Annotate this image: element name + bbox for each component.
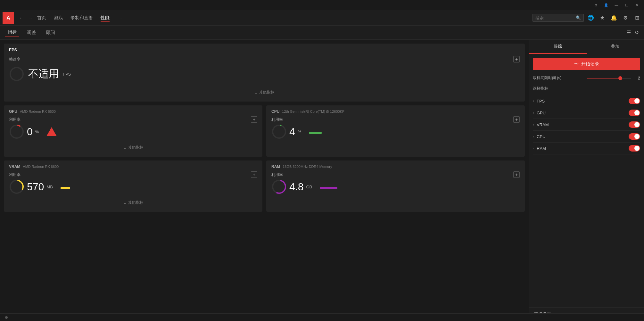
forward-button[interactable]: → [26, 13, 35, 22]
subnav-metrics[interactable]: 指标 [5, 28, 19, 37]
ram-toggle-switch[interactable] [629, 145, 640, 152]
settings-nav-button[interactable]: ⚙ [621, 13, 630, 22]
vram-more-metrics[interactable]: ⌄ 其他指标 [9, 197, 257, 208]
back-button[interactable]: ← [17, 13, 26, 22]
notification-icon-button[interactable]: 🔔 [609, 13, 618, 22]
list-view-icon[interactable]: ☰ [626, 29, 631, 36]
start-record-button[interactable]: 〜 开始记录 [533, 58, 640, 70]
fps-value: 不适用 [28, 67, 59, 81]
tab-overlay[interactable]: 叠加 [587, 40, 644, 54]
tab-tracking[interactable]: 跟踪 [529, 40, 587, 54]
gpu-more-metrics[interactable]: ⌄ 其他指标 [9, 142, 257, 153]
fps-add-button[interactable]: + [513, 56, 520, 62]
nav-performance[interactable]: 性能 [101, 14, 110, 22]
fps-toggle-switch[interactable] [629, 98, 640, 104]
app-logo: A [3, 12, 14, 24]
gpu-value: 0 [27, 126, 33, 138]
minimize-button[interactable]: — [612, 1, 621, 10]
vram-subtitle: AMD Radeon RX 6600 [23, 165, 59, 169]
fps-more-metrics[interactable]: ⌄ 其他指标 [9, 87, 520, 98]
refresh-icon[interactable]: ↺ [635, 29, 639, 36]
gpu-unit: % [35, 129, 39, 134]
maximize-button[interactable]: ☐ [622, 1, 631, 10]
fps-toggle-label: FPS [537, 99, 629, 103]
cpu-toggle-switch[interactable] [629, 133, 640, 140]
cpu-tag: CPU [271, 109, 279, 114]
cpu-card: CPU 12th Gen Intel(R) Core(TM) i5-12600K… [266, 105, 525, 157]
nav-arrow-indicator: ←—— [120, 16, 131, 20]
sampling-slider[interactable]: 2 [587, 76, 640, 80]
sub-nav-right: ☰ ↺ [626, 29, 639, 36]
metrics-grid: GPU AMD Radeon RX 6600 利用率 + 0 % [4, 105, 525, 212]
slider-track [587, 78, 632, 78]
gpu-toggle-switch[interactable] [629, 110, 640, 116]
chevron-right-icon-fps: › [533, 99, 534, 103]
gpu-toggle-label: GPU [537, 111, 629, 115]
search-box[interactable]: 🔍 [533, 14, 584, 22]
nav-games[interactable]: 游戏 [54, 14, 63, 22]
cpu-bar-indicator [309, 129, 322, 134]
select-metrics-header: 选择指标 [533, 86, 640, 91]
sampling-value: 2 [634, 76, 640, 80]
settings-titlebar-button[interactable]: ⚙ [591, 1, 600, 10]
ram-bar-indicator [320, 185, 337, 189]
vram-value: 570 [27, 181, 44, 193]
vram-card: VRAM AMD Radeon RX 6600 利用率 + 570 MB [4, 160, 262, 212]
cpu-subtitle: 12th Gen Intel(R) Core(TM) i5-12600KF [282, 110, 344, 113]
ram-gauge [271, 179, 287, 194]
gpu-subtitle: AMD Radeon RX 6600 [20, 110, 56, 113]
right-tabs: 跟踪 叠加 [529, 40, 644, 54]
chevron-right-icon-cpu: › [533, 134, 534, 139]
cpu-metric-row: 利用率 + [271, 116, 520, 123]
gpu-util-label: 利用率 [9, 117, 21, 122]
fps-display: 不适用 FPS [9, 64, 520, 84]
vram-util-label: 利用率 [9, 172, 21, 177]
svg-point-1 [10, 125, 23, 138]
gpu-metric-row: 利用率 + [9, 116, 257, 123]
nav-home[interactable]: 首页 [37, 14, 46, 22]
vram-toggle-switch[interactable] [629, 121, 640, 128]
ram-unit: GB [306, 185, 312, 189]
gpu-gauge [9, 124, 24, 139]
ram-card-body: 4.8 GB [271, 179, 520, 194]
slider-thumb[interactable] [618, 76, 622, 80]
cpu-gauge [271, 124, 287, 139]
user-icon-button[interactable]: 👤 [602, 1, 611, 10]
vram-bar-indicator [61, 185, 70, 189]
globe-icon-button[interactable]: 🌐 [586, 13, 595, 22]
chevron-down-icon-gpu: ⌄ [123, 145, 127, 150]
gpu-add-button[interactable]: + [251, 116, 257, 123]
cpu-add-button[interactable]: + [513, 116, 520, 123]
cpu-card-body: 4 % [271, 124, 520, 139]
fps-title: FPS [9, 47, 17, 52]
vram-add-button[interactable]: + [251, 171, 257, 178]
cpu-value: 4 [289, 126, 295, 138]
search-input[interactable] [535, 15, 576, 20]
gpu-triangle-indicator [46, 127, 57, 136]
slider-fill [587, 78, 623, 78]
fps-unit: FPS [63, 72, 71, 77]
metric-toggle-ram[interactable]: › RAM [533, 143, 640, 154]
svg-point-0 [10, 68, 23, 80]
status-dot [5, 316, 8, 319]
metric-toggle-gpu[interactable]: › GPU [533, 107, 640, 119]
chevron-down-icon: ⌄ [254, 90, 258, 95]
gpu-card: GPU AMD Radeon RX 6600 利用率 + 0 % [4, 105, 262, 157]
nav-bar: A ← → 首页 游戏 录制和直播 性能 ←—— 🔍 🌐 ★ 🔔 ⚙ ⊞ [0, 10, 644, 26]
ram-add-button[interactable]: + [513, 171, 520, 178]
bookmark-icon-button[interactable]: ★ [598, 13, 607, 22]
metric-toggle-vram[interactable]: › VRAM [533, 119, 640, 131]
subnav-adjust[interactable]: 调整 [24, 29, 38, 37]
vram-unit: MB [46, 185, 53, 189]
close-button[interactable]: ✕ [632, 1, 641, 10]
windows-icon-button[interactable]: ⊞ [632, 13, 641, 22]
metric-toggle-fps[interactable]: › FPS [533, 95, 640, 107]
vram-toggle-label: VRAM [537, 122, 629, 127]
subnav-advisor[interactable]: 顾问 [44, 29, 58, 37]
chevron-right-icon-vram: › [533, 122, 534, 127]
fps-section: FPS 帧速率 + 不适用 FPS ⌄ 其他指标 [4, 44, 525, 102]
ram-value: 4.8 [289, 181, 303, 193]
nav-record[interactable]: 录制和直播 [70, 14, 93, 22]
metric-toggle-cpu[interactable]: › CPU [533, 131, 640, 143]
record-wave-icon: 〜 [574, 61, 579, 67]
